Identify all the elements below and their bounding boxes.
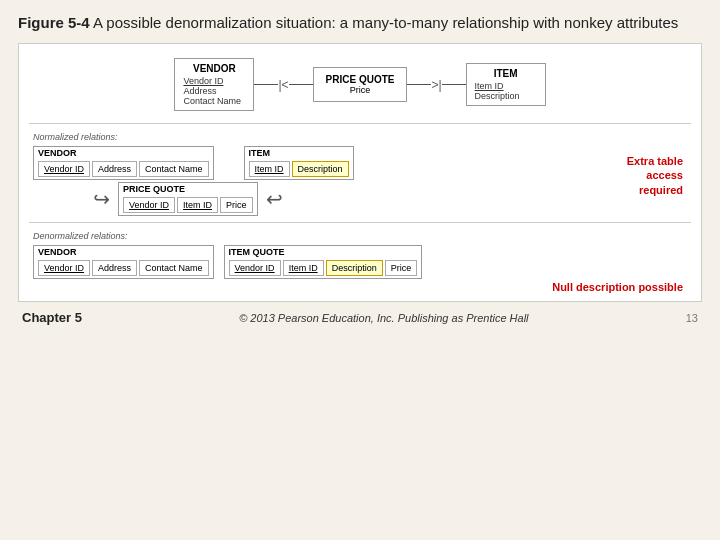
- slide-title: Figure 5-4 A possible denormalization si…: [18, 12, 702, 33]
- iq-description: Description: [326, 260, 383, 276]
- item-title: ITEM: [475, 68, 537, 79]
- iq-price: Price: [385, 260, 418, 276]
- vendor-denorm-addr: Address: [92, 260, 137, 276]
- pricequote-norm-title: PRICE QUOTE: [119, 183, 257, 195]
- vendor-field-address: Address: [183, 86, 245, 96]
- vendor-norm-addr: Address: [92, 161, 137, 177]
- item-norm-fields: Item ID Description: [245, 159, 353, 179]
- section1-er-diagram: VENDOR Vendor ID Address Contact Name |<…: [29, 50, 691, 119]
- line3: [407, 84, 431, 85]
- vendor-norm-group: VENDOR Vendor ID Address Contact Name: [33, 146, 214, 180]
- footer: Chapter 5 © 2013 Pearson Education, Inc.…: [18, 310, 702, 325]
- item-norm-group: ITEM Item ID Description: [244, 146, 354, 180]
- connector2: >|: [407, 78, 465, 92]
- vendor-denorm-fields: Vendor ID Address Contact Name: [34, 258, 213, 278]
- sep2: [29, 222, 691, 223]
- item-field-id: Item ID: [475, 81, 537, 91]
- vendor-norm-table: VENDOR Vendor ID Address Contact Name: [33, 146, 214, 180]
- denormalized-label: Denormalized relations:: [33, 231, 687, 241]
- title-text: A possible denormalization situation: a …: [90, 14, 679, 31]
- vendor-norm-fields: Vendor ID Address Contact Name: [34, 159, 213, 179]
- arrow-right: ↩: [266, 187, 283, 211]
- pricequote-norm-fields: Vendor ID Item ID Price: [119, 195, 257, 215]
- vendor-entity: VENDOR Vendor ID Address Contact Name: [174, 58, 254, 111]
- item-entity: ITEM Item ID Description: [466, 63, 546, 106]
- line2: [289, 84, 313, 85]
- vendor-title: VENDOR: [183, 63, 245, 74]
- denorm-tables-area: VENDOR Vendor ID Address Contact Name IT…: [33, 245, 687, 279]
- main-diagram: VENDOR Vendor ID Address Contact Name |<…: [18, 43, 702, 302]
- line4: [442, 84, 466, 85]
- figure-label: Figure 5-4: [18, 14, 90, 31]
- vendor-norm-contact: Contact Name: [139, 161, 209, 177]
- connector1: |<: [254, 78, 312, 92]
- itemquote-denorm-title: ITEM QUOTE: [225, 246, 422, 258]
- copyright-text: © 2013 Pearson Education, Inc. Publishin…: [239, 312, 528, 324]
- pq-norm-item: Item ID: [177, 197, 218, 213]
- arrow-left: ↩: [93, 187, 110, 211]
- null-description-label: Null description possible: [33, 281, 687, 293]
- crow-symbol2: >|: [431, 78, 441, 92]
- item-norm-title: ITEM: [245, 147, 353, 159]
- price-quote-entity: PRICE QUOTE Price: [313, 67, 408, 102]
- vendor-denorm-contact: Contact Name: [139, 260, 209, 276]
- vendor-field-id: Vendor ID: [183, 76, 245, 86]
- item-norm-desc: Description: [292, 161, 349, 177]
- vendor-field-contact: Contact Name: [183, 96, 245, 106]
- item-norm-id: Item ID: [249, 161, 290, 177]
- pq-norm-price: Price: [220, 197, 253, 213]
- section2-normalized: Normalized relations: VENDOR Vendor ID A…: [29, 128, 691, 218]
- pq-norm-vendor: Vendor ID: [123, 197, 175, 213]
- normalized-tables-area: VENDOR Vendor ID Address Contact Name IT…: [33, 146, 687, 180]
- vendor-denorm-id: Vendor ID: [38, 260, 90, 276]
- page-number: 13: [686, 312, 698, 324]
- line1: [254, 84, 278, 85]
- vendor-denorm-title: VENDOR: [34, 246, 213, 258]
- vendor-denorm-table: VENDOR Vendor ID Address Contact Name: [33, 245, 214, 279]
- item-norm-table: ITEM Item ID Description: [244, 146, 354, 180]
- chapter-label: Chapter 5: [22, 310, 82, 325]
- normalized-label: Normalized relations:: [33, 132, 687, 142]
- vendor-norm-id: Vendor ID: [38, 161, 90, 177]
- pricequote-norm-area: ↩ PRICE QUOTE Vendor ID Item ID Price ↩: [33, 182, 687, 216]
- itemquote-denorm-fields: Vendor ID Item ID Description Price: [225, 258, 422, 278]
- iq-item-id: Item ID: [283, 260, 324, 276]
- itemquote-denorm-table: ITEM QUOTE Vendor ID Item ID Description…: [224, 245, 423, 279]
- section3-denormalized: Denormalized relations: VENDOR Vendor ID…: [29, 227, 691, 295]
- iq-vendor-id: Vendor ID: [229, 260, 281, 276]
- vendor-norm-title: VENDOR: [34, 147, 213, 159]
- price-field: Price: [326, 85, 395, 95]
- extra-table-label: Extra tableaccessrequired: [627, 154, 683, 197]
- crow-symbol1: |<: [278, 78, 288, 92]
- pricequote-norm-table: PRICE QUOTE Vendor ID Item ID Price: [118, 182, 258, 216]
- item-field-desc: Description: [475, 91, 537, 101]
- sep1: [29, 123, 691, 124]
- page: Figure 5-4 A possible denormalization si…: [0, 0, 720, 540]
